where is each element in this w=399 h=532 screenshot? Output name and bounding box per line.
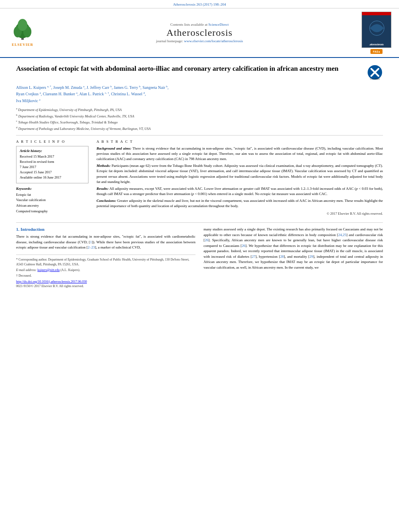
- ref-2-23-link[interactable]: 2–23: [88, 245, 95, 249]
- journal-center-header: Contents lists available at ScienceDirec…: [43, 23, 356, 43]
- homepage-link[interactable]: www.elsevier.com/locate/atherosclerosis: [184, 39, 243, 43]
- ref-26-link[interactable]: 26: [205, 238, 208, 242]
- journal-cover: atherosclerosis FAS●: [360, 12, 393, 54]
- abstract-heading: A B S T R A C T: [97, 140, 383, 144]
- elsevier-tree-icon: [10, 19, 35, 41]
- fas-logo-icon: FAS●: [370, 49, 383, 54]
- intro-para-right: many studies assessed only a single depo…: [204, 227, 383, 270]
- journal-header: ELSEVIER Contents lists available at Sci…: [0, 8, 399, 58]
- accepted-date: Accepted 15 June 2017: [20, 170, 85, 175]
- doi-link[interactable]: http://dx.doi.org/10.1016/j.atherosclero…: [16, 280, 87, 283]
- history-title: Article history:: [20, 149, 85, 153]
- elsevier-brand-text: ELSEVIER: [12, 43, 33, 47]
- results-label: Results:: [97, 187, 109, 191]
- revised-date-2: 7 June 2017: [20, 165, 85, 170]
- article-info-heading: A R T I C L E I N F O: [16, 140, 88, 144]
- introduction-text-right: many studies assessed only a single depo…: [204, 227, 383, 270]
- ref-26b-link[interactable]: 26: [242, 244, 245, 248]
- svg-text:atherosclerosis: atherosclerosis: [370, 43, 384, 45]
- crossmark-logo: CrossMark: [367, 64, 383, 80]
- ref-27-link[interactable]: 27: [252, 255, 255, 259]
- keywords-title: Keywords:: [16, 187, 88, 191]
- right-column: many studies assessed only a single depo…: [204, 227, 383, 288]
- two-column-main: 1. Introduction There is strong evidence…: [16, 227, 383, 288]
- available-date: Available online 16 June 2017: [20, 175, 85, 180]
- received-date: Received 15 March 2017: [20, 154, 85, 159]
- ref-29-link[interactable]: 29: [310, 255, 313, 259]
- journal-cover-image: atherosclerosis: [362, 12, 391, 48]
- svg-point-4: [18, 19, 27, 31]
- keyword-2: Vascular calcification: [16, 197, 88, 203]
- abstract-methods: Methods: Participants (mean age 62) were…: [97, 163, 383, 184]
- journal-citation: Atherosclerosis 263 (2017) 198–204: [0, 0, 399, 8]
- keyword-3: African ancestry: [16, 203, 88, 209]
- copyright-line: © 2017 Elsevier B.V. All rights reserved…: [97, 211, 383, 216]
- abstract-section: A B S T R A C T Background and aims: The…: [97, 140, 383, 216]
- introduction-title: 1. Introduction: [16, 227, 195, 232]
- article-history-box: Article history: Received 15 March 2017 …: [16, 146, 88, 183]
- email-link[interactable]: kuipers@pitt.edu: [37, 268, 60, 272]
- journal-name: Atherosclerosis: [43, 27, 356, 38]
- ref-24-25-link[interactable]: 24,25: [338, 233, 346, 237]
- footnote-deceased: † Deceased.: [16, 273, 195, 278]
- introduction-text-left: There is strong evidence that fat accumu…: [16, 234, 195, 251]
- elsevier-logo: ELSEVIER: [6, 15, 39, 51]
- svg-rect-6: [362, 12, 391, 15]
- homepage-line: journal homepage: www.elsevier.com/locat…: [43, 39, 356, 43]
- background-label: Background and aims:: [97, 146, 131, 150]
- svg-text:FAS●: FAS●: [373, 50, 380, 53]
- intro-para-1: There is strong evidence that fat accumu…: [16, 234, 195, 251]
- footnote-email: E-mail address: kuipers@pitt.edu (A.L. K…: [16, 268, 195, 273]
- article-info: A R T I C L E I N F O Article history: R…: [16, 140, 88, 216]
- affiliations: a Department of Epidemiology, University…: [16, 107, 383, 131]
- footnote-section: * Corresponding author. Department of Ep…: [16, 255, 195, 288]
- abstract-results: Results: All adiposity measures, except …: [97, 186, 383, 197]
- footnote-text: * Corresponding author. Department of Ep…: [16, 257, 195, 278]
- conclusions-label: Conclusions:: [97, 199, 116, 203]
- abstract-text: Background and aims: There is strong evi…: [97, 146, 383, 216]
- svg-text:CrossMark: CrossMark: [370, 78, 380, 80]
- keywords-section: Keywords: Ectopic fat Vascular calcifica…: [16, 187, 88, 214]
- article-body: Association of ectopic fat with abdomina…: [0, 58, 399, 222]
- ref-1-link[interactable]: 1: [90, 240, 92, 244]
- section-divider: [16, 135, 383, 136]
- info-abstract-section: A R T I C L E I N F O Article history: R…: [16, 140, 383, 216]
- abstract-background: Background and aims: There is strong evi…: [97, 146, 383, 162]
- article-title-section: Association of ectopic fat with abdomina…: [16, 64, 383, 80]
- keyword-1: Ectopic fat: [16, 192, 88, 198]
- science-direct-line: Contents lists available at ScienceDirec…: [43, 23, 356, 27]
- main-content: 1. Introduction There is strong evidence…: [0, 223, 399, 292]
- issn-line: 0021-9150/© 2017 Elsevier B.V. All right…: [16, 284, 195, 288]
- methods-label: Methods:: [97, 164, 111, 168]
- article-title: Association of ectopic fat with abdomina…: [16, 64, 363, 73]
- science-direct-link[interactable]: ScienceDirect: [208, 23, 228, 27]
- keyword-4: Computed tomography: [16, 209, 88, 214]
- doi-line: http://dx.doi.org/10.1016/j.atherosclero…: [16, 280, 195, 283]
- citation-text: Atherosclerosis 263 (2017) 198–204: [173, 2, 226, 6]
- abstract-conclusions: Conclusions: Greater adiposity in the sk…: [97, 198, 383, 209]
- revised-date: Received in revised form: [20, 160, 85, 164]
- authors-line: Allison L. Kuipers a, *, Joseph M. Zmuda…: [16, 84, 383, 104]
- ref-28-link[interactable]: 28: [280, 255, 284, 259]
- left-column: 1. Introduction There is strong evidence…: [16, 227, 195, 288]
- footnote-corresponding: * Corresponding author. Department of Ep…: [16, 257, 195, 267]
